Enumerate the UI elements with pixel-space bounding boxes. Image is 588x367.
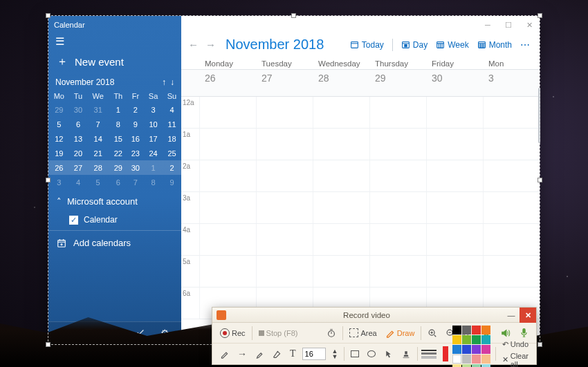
vertical-scrollbar[interactable] bbox=[538, 88, 540, 143]
mini-day[interactable]: 3 bbox=[144, 102, 163, 117]
time-cell[interactable] bbox=[426, 160, 483, 191]
stroke-width-picker[interactable] bbox=[421, 350, 437, 359]
mini-day[interactable]: 1 bbox=[109, 102, 127, 117]
mini-day[interactable]: 5 bbox=[48, 117, 70, 131]
time-cell[interactable] bbox=[199, 256, 256, 287]
mini-day[interactable]: 18 bbox=[163, 131, 181, 146]
time-cell[interactable] bbox=[313, 256, 369, 287]
color-swatch[interactable] bbox=[481, 355, 490, 364]
eraser-tool[interactable] bbox=[270, 349, 284, 359]
time-cell[interactable] bbox=[426, 129, 483, 160]
time-cell[interactable] bbox=[369, 97, 426, 128]
nav-back-button[interactable]: ← bbox=[188, 39, 199, 50]
color-swatch[interactable] bbox=[462, 364, 471, 368]
calendar-checkbox[interactable]: ✓ Calendar bbox=[48, 214, 181, 230]
mini-day[interactable]: 20 bbox=[70, 146, 87, 160]
settings-icon[interactable]: ⚙ bbox=[160, 328, 169, 339]
stamp-tool[interactable] bbox=[399, 349, 413, 359]
stop-button[interactable]: Stop (F8) bbox=[257, 328, 300, 338]
time-cell[interactable] bbox=[199, 129, 256, 160]
mini-day[interactable]: 30 bbox=[70, 102, 87, 117]
timer-button[interactable] bbox=[324, 328, 338, 339]
add-calendars-button[interactable]: Add calendars bbox=[48, 230, 181, 255]
time-cell[interactable] bbox=[199, 224, 256, 255]
mini-day[interactable]: 4 bbox=[70, 175, 87, 189]
today-button[interactable]: Today bbox=[347, 39, 387, 51]
account-toggle[interactable]: ˄ Microsoft account bbox=[48, 189, 181, 214]
draw-button[interactable]: Draw bbox=[383, 328, 417, 339]
mini-day[interactable]: 22 bbox=[109, 146, 127, 160]
mini-day[interactable]: 14 bbox=[86, 131, 109, 146]
nav-forward-button[interactable]: → bbox=[205, 39, 216, 50]
mini-day[interactable]: 7 bbox=[86, 117, 109, 131]
time-cell[interactable] bbox=[199, 97, 256, 128]
mini-day[interactable]: 21 bbox=[86, 146, 109, 160]
day-view-button[interactable]: Day bbox=[398, 39, 430, 51]
area-button[interactable]: Area bbox=[347, 328, 378, 338]
mini-day[interactable]: 6 bbox=[70, 117, 87, 131]
mini-day[interactable]: 13 bbox=[70, 131, 87, 146]
time-cell[interactable] bbox=[426, 256, 483, 287]
text-tool[interactable]: T bbox=[288, 348, 298, 360]
mini-day[interactable]: 23 bbox=[127, 146, 144, 160]
color-swatch[interactable] bbox=[472, 326, 481, 335]
font-size-input[interactable] bbox=[302, 348, 326, 360]
color-swatch[interactable] bbox=[452, 364, 461, 368]
mini-day[interactable]: 28 bbox=[86, 160, 109, 175]
mini-day[interactable]: 24 bbox=[144, 146, 163, 160]
mini-day[interactable]: 11 bbox=[163, 117, 181, 131]
color-swatch[interactable] bbox=[452, 345, 461, 354]
recorder-minimize[interactable]: — bbox=[503, 308, 520, 323]
time-cell[interactable] bbox=[199, 160, 256, 191]
hamburger-icon[interactable]: ☰ bbox=[55, 35, 181, 48]
color-swatch[interactable] bbox=[481, 345, 490, 354]
time-cell[interactable] bbox=[256, 256, 313, 287]
more-button[interactable]: ⋯ bbox=[517, 39, 533, 50]
time-cell[interactable] bbox=[369, 224, 426, 255]
highlighter-tool[interactable] bbox=[253, 349, 266, 359]
mini-day[interactable]: 15 bbox=[109, 131, 127, 146]
allday-cell[interactable]: 28 bbox=[313, 70, 369, 96]
color-swatch[interactable] bbox=[462, 345, 471, 354]
color-swatch[interactable] bbox=[472, 335, 481, 344]
mini-day[interactable]: 31 bbox=[86, 102, 109, 117]
mini-day[interactable]: 19 bbox=[48, 146, 70, 160]
mini-day[interactable]: 17 bbox=[144, 131, 163, 146]
rect-tool[interactable] bbox=[349, 350, 361, 358]
current-color-swatch[interactable] bbox=[443, 346, 448, 361]
week-view-button[interactable]: Week bbox=[433, 39, 471, 51]
mini-day[interactable]: 29 bbox=[109, 160, 127, 175]
time-cell[interactable] bbox=[426, 224, 483, 255]
mini-day[interactable]: 10 bbox=[144, 117, 163, 131]
time-cell[interactable] bbox=[256, 97, 313, 128]
mini-day[interactable]: 30 bbox=[127, 160, 144, 175]
time-cell[interactable] bbox=[199, 192, 256, 223]
cursor-tool[interactable] bbox=[382, 349, 395, 359]
time-cell[interactable] bbox=[256, 129, 313, 160]
time-cell[interactable] bbox=[256, 160, 313, 191]
mini-day[interactable]: 16 bbox=[127, 131, 144, 146]
pencil-tool[interactable] bbox=[218, 349, 231, 359]
allday-cell[interactable]: 3 bbox=[483, 70, 540, 96]
month-view-button[interactable]: Month bbox=[475, 39, 515, 51]
mini-day[interactable]: 1 bbox=[144, 160, 163, 175]
clear-all-button[interactable]: ✕Clear all bbox=[500, 351, 531, 368]
system-audio-button[interactable] bbox=[498, 328, 513, 339]
font-size-stepper[interactable]: ▲▼ bbox=[330, 348, 340, 360]
arrow-tool[interactable]: → bbox=[235, 348, 249, 360]
time-cell[interactable] bbox=[313, 192, 369, 223]
people-icon[interactable] bbox=[109, 328, 120, 339]
color-swatch[interactable] bbox=[472, 345, 481, 354]
mini-day[interactable]: 4 bbox=[163, 102, 181, 117]
mini-day[interactable]: 9 bbox=[127, 117, 144, 131]
mini-day[interactable]: 6 bbox=[109, 175, 127, 189]
close-button[interactable]: ✕ bbox=[519, 16, 540, 34]
mini-day[interactable]: 9 bbox=[163, 175, 181, 189]
allday-cell[interactable]: 26 bbox=[199, 70, 256, 96]
ellipse-tool[interactable] bbox=[365, 350, 378, 358]
time-cell[interactable] bbox=[483, 224, 540, 255]
time-cell[interactable] bbox=[483, 97, 540, 128]
maximize-button[interactable]: ☐ bbox=[498, 16, 519, 34]
mini-day[interactable]: 8 bbox=[144, 175, 163, 189]
color-swatch[interactable] bbox=[462, 335, 471, 344]
